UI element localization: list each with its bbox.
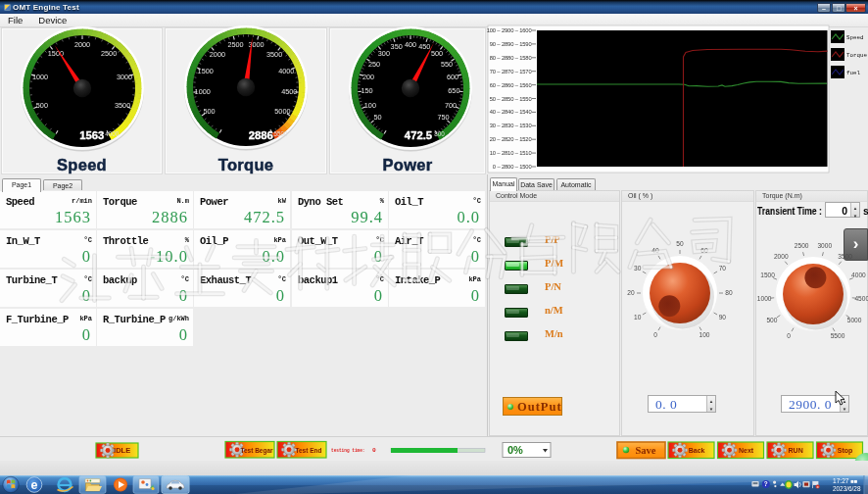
svg-text:40: 40 [651, 247, 659, 254]
svg-text:70: 70 [719, 265, 727, 272]
svg-text:5500: 5500 [831, 332, 845, 339]
svg-text:20: 20 [627, 289, 635, 296]
svg-text:3000: 3000 [817, 242, 832, 249]
svg-text:4500: 4500 [854, 295, 868, 302]
svg-text:e: e [31, 478, 38, 492]
svg-text:5000: 5000 [847, 317, 862, 323]
svg-text:2000: 2000 [774, 253, 789, 260]
svg-text:50: 50 [676, 240, 684, 247]
svg-text:30: 30 [634, 265, 642, 272]
svg-text:100: 100 [699, 331, 709, 338]
svg-text:80: 80 [725, 289, 733, 296]
svg-text:0: 0 [653, 331, 657, 338]
svg-text:3500: 3500 [838, 253, 852, 260]
svg-text:60: 60 [700, 247, 708, 254]
svg-text:4000: 4000 [851, 272, 866, 278]
svg-text:90: 90 [719, 314, 727, 321]
svg-text:0: 0 [787, 332, 791, 339]
svg-text:2023/6/28: 2023/6/28 [833, 485, 861, 492]
svg-text:17:27 ■■: 17:27 ■■ [833, 477, 858, 484]
svg-text:2500: 2500 [795, 242, 809, 249]
svg-text:1500: 1500 [760, 272, 775, 278]
svg-text:500: 500 [766, 317, 777, 323]
svg-text:?: ? [764, 481, 768, 488]
svg-text:1000: 1000 [757, 295, 772, 302]
svg-text:10: 10 [634, 314, 642, 321]
